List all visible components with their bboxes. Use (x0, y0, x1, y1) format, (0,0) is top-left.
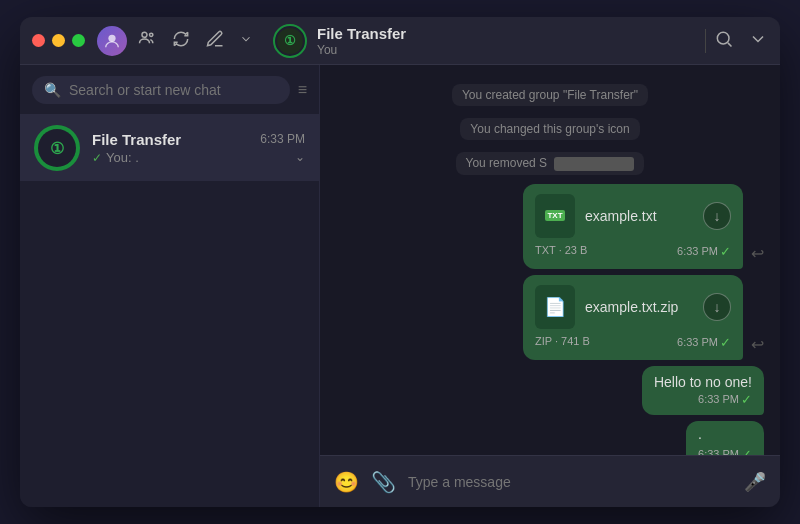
system-message-1: You created group "File Transfer" (452, 84, 648, 106)
check-mark: ✓ (720, 244, 731, 259)
last-time: 6:33 PM ✓ (698, 447, 752, 455)
chat-item-preview: ✓ You: . (92, 150, 260, 165)
chat-header-actions[interactable] (714, 29, 768, 53)
chat-item-info: File Transfer ✓ You: . (92, 131, 260, 165)
file-bubble-1: TXT example.txt ↓ TXT · 23 B 6:33 PM ✓ (523, 184, 743, 269)
file-bubble-2: 📄 example.txt.zip ↓ ZIP · 741 B 6:33 PM … (523, 275, 743, 360)
file-name-1: example.txt (585, 208, 693, 224)
expand-icon[interactable]: ⌄ (295, 150, 305, 164)
svg-point-1 (142, 32, 147, 37)
compose-icon[interactable] (205, 29, 225, 53)
check-mark-2: ✓ (720, 335, 731, 350)
chat-header-avatar: ① (273, 24, 307, 58)
chat-area: You created group "File Transfer" You ch… (320, 65, 780, 507)
chat-header-info: File Transfer You (317, 25, 697, 57)
chat-subtitle: You (317, 43, 697, 57)
download-button-1[interactable]: ↓ (703, 202, 731, 230)
svg-point-2 (150, 33, 153, 36)
check-mark-4: ✓ (741, 447, 752, 455)
system-message-2: You changed this group's icon (460, 118, 639, 140)
chat-title: File Transfer (317, 25, 697, 43)
text-message: Hello to no one! (654, 374, 752, 390)
search-input[interactable] (69, 82, 278, 98)
check-icon: ✓ (92, 151, 102, 165)
maximize-button[interactable] (72, 34, 85, 47)
filter-icon[interactable]: ≡ (298, 81, 307, 99)
search-icon: 🔍 (44, 82, 61, 98)
file-meta-1: TXT · 23 B 6:33 PM ✓ (535, 242, 731, 259)
forward-icon: ↩ (751, 244, 764, 263)
avatar (97, 26, 127, 56)
chat-item-name: File Transfer (92, 131, 260, 148)
svg-point-0 (108, 34, 115, 41)
search-bar: 🔍 ≡ (20, 65, 319, 115)
chevron-down-icon[interactable] (239, 32, 253, 50)
download-button-2[interactable]: ↓ (703, 293, 731, 321)
system-message-3: You removed S (456, 152, 645, 175)
refresh-icon[interactable] (171, 29, 191, 53)
minimize-button[interactable] (52, 34, 65, 47)
close-button[interactable] (32, 34, 45, 47)
chat-item-meta: 6:33 PM ⌄ (260, 132, 305, 164)
more-options-icon[interactable] (748, 29, 768, 53)
message-input[interactable] (408, 474, 732, 490)
message-row-file2: ↩ 📄 example.txt.zip ↓ ZIP · 741 B (336, 275, 764, 360)
file-name-2: example.txt.zip (585, 299, 693, 315)
last-message-dot: · (698, 429, 752, 445)
mic-icon[interactable]: 🎤 (744, 471, 766, 493)
file-icon-2: 📄 (535, 285, 575, 329)
last-bubble: · 6:33 PM ✓ (686, 421, 764, 455)
emoji-icon[interactable]: 😊 (334, 470, 359, 494)
forward-icon-2: ↩ (751, 335, 764, 354)
chat-item-time: 6:33 PM (260, 132, 305, 146)
input-bar: 😊 📎 🎤 (320, 455, 780, 507)
search-input-container[interactable]: 🔍 (32, 76, 290, 104)
redacted-content (554, 157, 634, 171)
message-row-last: · 6:33 PM ✓ (336, 421, 764, 455)
contacts-icon[interactable] (137, 29, 157, 53)
attach-icon[interactable]: 📎 (371, 470, 396, 494)
text-bubble: Hello to no one! 6:33 PM ✓ (642, 366, 764, 415)
file-icon: TXT (535, 194, 575, 238)
chat-item-avatar: ① (34, 125, 80, 171)
titlebar-left-icons[interactable] (137, 29, 253, 53)
text-time: 6:33 PM ✓ (654, 392, 752, 407)
check-mark-3: ✓ (741, 392, 752, 407)
title-bar: ① File Transfer You (20, 17, 780, 65)
search-chat-icon[interactable] (714, 29, 734, 53)
chat-list-item[interactable]: ① File Transfer ✓ You: . 6:33 PM ⌄ (20, 115, 319, 181)
file-meta-2: ZIP · 741 B 6:33 PM ✓ (535, 333, 731, 350)
window-controls[interactable] (32, 34, 85, 47)
message-row-text: Hello to no one! 6:33 PM ✓ (336, 366, 764, 415)
sidebar: 🔍 ≡ ① File Transfer ✓ You: . (20, 65, 320, 507)
messages-container[interactable]: You created group "File Transfer" You ch… (320, 65, 780, 455)
message-row-file1: ↩ TXT example.txt ↓ TXT · 23 B (336, 184, 764, 269)
svg-point-3 (717, 32, 729, 44)
